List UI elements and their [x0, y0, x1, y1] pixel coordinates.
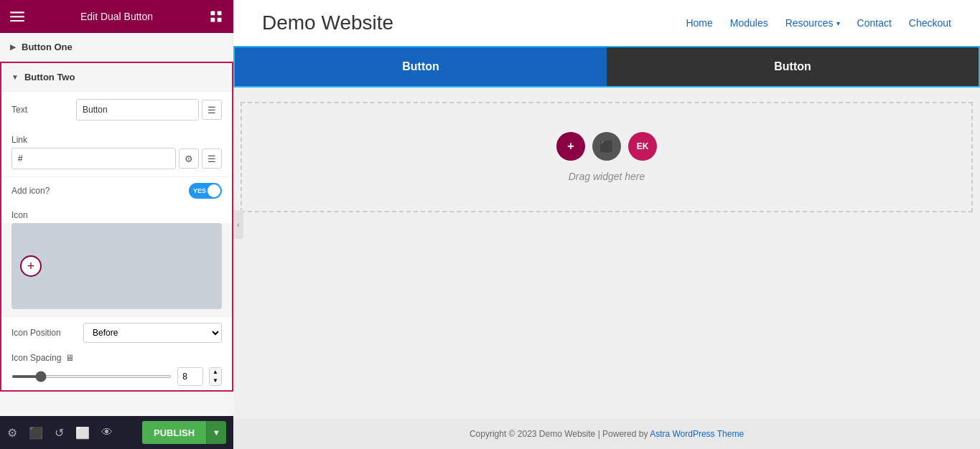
- svg-rect-2: [10, 20, 24, 22]
- add-icon-toggle[interactable]: YES: [189, 183, 222, 199]
- footer-link[interactable]: Astra WordPress Theme: [650, 429, 744, 439]
- icon-add-button[interactable]: +: [20, 255, 42, 277]
- svg-rect-4: [218, 11, 222, 16]
- settings-icon[interactable]: ⚙: [7, 426, 17, 440]
- nav-home[interactable]: Home: [686, 17, 712, 29]
- icon-section-label: Icon: [1, 204, 232, 223]
- text-field-section: Text ☰: [1, 91, 232, 135]
- nav-modules[interactable]: Modules: [730, 17, 768, 29]
- logo-icon: EK: [637, 141, 649, 151]
- folder-icon: ⬛: [599, 140, 614, 153]
- svg-rect-6: [218, 18, 222, 22]
- desktop-icon: 🖥: [65, 353, 74, 363]
- footer-text: Copyright © 2023 Demo Website | Powered …: [470, 429, 650, 439]
- icon-spacing-label-text: Icon Spacing: [11, 353, 61, 363]
- website-header: Demo Website Home Modules Resources ▾ Co…: [233, 0, 980, 46]
- button-two-label: Button Two: [24, 72, 75, 82]
- publish-button[interactable]: PUBLISH: [142, 421, 206, 444]
- dual-button-widget: Button Button: [233, 46, 980, 88]
- spacing-number[interactable]: [177, 367, 203, 386]
- left-panel: Edit Dual Button Button One ▼ Button Two…: [0, 0, 233, 449]
- right-panel: Demo Website Home Modules Resources ▾ Co…: [233, 0, 980, 449]
- nav-resources[interactable]: Resources ▾: [785, 17, 840, 29]
- text-input-wrap: ☰: [76, 99, 222, 120]
- toolbar-left: ⚙ ⬛ ↺ ⬜ 👁: [7, 426, 113, 440]
- website-title: Demo Website: [262, 11, 393, 34]
- nav-contact[interactable]: Contact: [857, 17, 892, 29]
- website-nav: Home Modules Resources ▾ Contact Checkou…: [686, 17, 951, 29]
- nav-checkout[interactable]: Checkout: [909, 17, 951, 29]
- icon-spacing-label-row: Icon Spacing 🖥: [11, 353, 222, 363]
- spacing-slider[interactable]: [11, 375, 172, 378]
- top-bar: Edit Dual Button: [0, 0, 233, 33]
- drop-zone-text: Drag widget here: [569, 171, 645, 182]
- spin-buttons: ▲ ▼: [209, 367, 222, 386]
- button-two-section: ▼ Button Two Text ☰ Link ⚙: [0, 62, 233, 392]
- link-settings-icon[interactable]: ⚙: [179, 148, 199, 169]
- panel-title: Edit Dual Button: [80, 11, 153, 22]
- spin-down-button[interactable]: ▼: [210, 377, 221, 385]
- history-icon[interactable]: ↺: [55, 426, 64, 440]
- button-two-header[interactable]: ▼ Button Two: [1, 63, 232, 91]
- icon-position-label: Icon Position: [11, 328, 83, 338]
- publish-dropdown-button[interactable]: ▼: [206, 421, 226, 444]
- button-two[interactable]: Button: [607, 47, 979, 86]
- hamburger-icon[interactable]: [10, 9, 24, 24]
- logo-button[interactable]: EK: [628, 132, 657, 161]
- panel-content: Button One ▼ Button Two Text ☰ Li: [0, 33, 233, 416]
- toggle-thumb: [207, 184, 220, 197]
- svg-rect-3: [210, 11, 215, 16]
- icon-position-row: Icon Position Before After: [1, 316, 232, 349]
- folder-button[interactable]: ⬛: [592, 132, 621, 161]
- svg-rect-5: [210, 18, 215, 22]
- text-field-row: Text ☰: [11, 99, 222, 120]
- eye-icon[interactable]: 👁: [101, 426, 113, 439]
- text-field-label: Text: [11, 105, 76, 115]
- icon-picker[interactable]: +: [11, 223, 222, 309]
- add-icon-toggle-row: Add icon? YES: [1, 176, 232, 204]
- grid-icon[interactable]: [209, 9, 223, 24]
- button-one-section[interactable]: Button One: [0, 33, 233, 62]
- responsive-icon[interactable]: ⬜: [75, 426, 90, 440]
- link-options-icon[interactable]: ☰: [202, 148, 222, 169]
- layers-icon[interactable]: ⬛: [29, 426, 43, 440]
- svg-rect-1: [10, 16, 24, 17]
- drop-zone[interactable]: + ⬛ EK Drag widget here: [241, 102, 973, 212]
- drop-actions: + ⬛ EK: [556, 132, 657, 161]
- nav-resources-label: Resources: [785, 17, 834, 29]
- nav-resources-chevron: ▾: [836, 19, 840, 27]
- add-widget-button[interactable]: +: [556, 132, 585, 161]
- toggle-yes-label: YES: [193, 187, 206, 194]
- toolbar-right: PUBLISH ▼: [142, 421, 226, 444]
- website-footer: Copyright © 2023 Demo Website | Powered …: [233, 419, 980, 449]
- bottom-toolbar: ⚙ ⬛ ↺ ⬜ 👁 PUBLISH ▼: [0, 416, 233, 449]
- link-input-row: ⚙ ☰: [11, 148, 222, 169]
- spin-up-button[interactable]: ▲: [210, 368, 221, 377]
- button-two-arrow: ▼: [11, 73, 19, 81]
- text-align-icon[interactable]: ☰: [202, 100, 222, 120]
- button-one[interactable]: Button: [235, 47, 607, 86]
- button-one-arrow: [10, 43, 16, 51]
- link-field-label: Link: [11, 135, 222, 145]
- dual-buttons-container: Button Button: [235, 47, 979, 86]
- link-input[interactable]: [11, 148, 176, 169]
- icon-spacing-row: Icon Spacing 🖥 ▲ ▼: [1, 349, 232, 390]
- add-icon-label: Add icon?: [11, 186, 189, 196]
- text-input[interactable]: [76, 99, 199, 120]
- spacing-control: ▲ ▼: [11, 367, 222, 386]
- icon-position-select[interactable]: Before After: [83, 323, 222, 343]
- button-one-label: Button One: [22, 42, 73, 52]
- link-field-section: Link ⚙ ☰: [1, 135, 232, 176]
- svg-rect-0: [10, 11, 24, 13]
- collapse-handle[interactable]: ‹: [233, 210, 243, 239]
